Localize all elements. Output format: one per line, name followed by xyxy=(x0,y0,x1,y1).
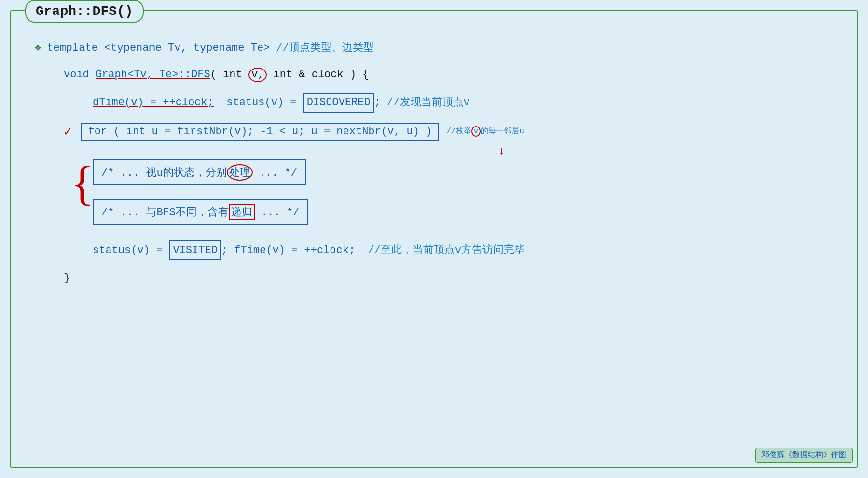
title-box: Graph::DFS() xyxy=(25,0,144,23)
title-text: Graph::DFS() xyxy=(36,4,133,19)
for-line: ✓ for ( int u = firstNbr(v); -1 < u; u =… xyxy=(64,123,833,141)
template-comment: //顶点类型、边类型 xyxy=(270,40,374,56)
dfs-method: DFS xyxy=(191,66,210,83)
main-container: Graph::DFS() ❖ template <typename Tv, ty… xyxy=(10,10,858,468)
params-open: ( int xyxy=(210,66,248,83)
semicolon: ; xyxy=(374,94,381,111)
dtime-line: dTime(v) = ++clock; status(v) = DISCOVER… xyxy=(93,93,833,112)
status-visited-line: status(v) = VISITED ; fTime(v) = ++clock… xyxy=(93,240,833,260)
ftime-code: ; fTime(v) = ++clock; xyxy=(221,242,355,259)
checkmark-icon: ✓ xyxy=(64,123,72,140)
comment-box-2: /* ... 与BFS不同，含有递归 ... */ xyxy=(93,199,308,225)
dtime-code: dTime(v) = ++clock; xyxy=(93,94,214,111)
void-line: void Graph<Tv, Te>::DFS ( int v, int & c… xyxy=(64,66,833,83)
visited-box: VISITED xyxy=(169,240,221,260)
discovered-box: DISCOVERED xyxy=(303,93,374,112)
void-keyword: void xyxy=(64,66,96,83)
comment-box-2-line: /* ... 与BFS不同，含有递归 ... */ xyxy=(93,199,833,231)
template-keyword: template <typename Tv, typename Te> xyxy=(47,40,270,56)
left-brace-icon: { xyxy=(71,159,94,208)
status-visited-code: status(v) = xyxy=(93,242,169,259)
template-line: ❖ template <typename Tv, typename Te> //… xyxy=(35,40,833,56)
content-area: ❖ template <typename Tv, typename Te> //… xyxy=(35,40,833,287)
status-code: status(v) = xyxy=(214,94,303,111)
comment-box-1: /* ... 视u的状态，分别处理 ... */ xyxy=(93,159,306,185)
bottom-badge: 邓俊辉《数据结构》作图 xyxy=(755,448,853,463)
param-v: v, xyxy=(248,68,267,82)
params-rest: int & clock ) { xyxy=(267,66,369,83)
comment-discovered: //发现当前顶点v xyxy=(381,94,470,111)
bullet-icon: ❖ xyxy=(35,40,41,56)
brace-section: { /* ... 视u的状态，分别处理 ... */ /* ... 与BFS不同… xyxy=(93,159,833,231)
for-box: for ( int u = firstNbr(v); -1 < u; u = n… xyxy=(81,123,439,141)
arrow-down-icon: ↓ xyxy=(170,145,833,157)
comment-for: //枚举v的每一邻居u xyxy=(446,126,524,137)
graph-template: Graph<Tv, Te>:: xyxy=(96,66,191,83)
closing-brace: } xyxy=(64,270,70,287)
comment-box-1-line: /* ... 视u的状态，分别处理 ... */ xyxy=(93,159,833,191)
closing-brace-line: } xyxy=(64,270,833,287)
comment-visited: //至此，当前顶点v方告访问完毕 xyxy=(355,242,525,259)
